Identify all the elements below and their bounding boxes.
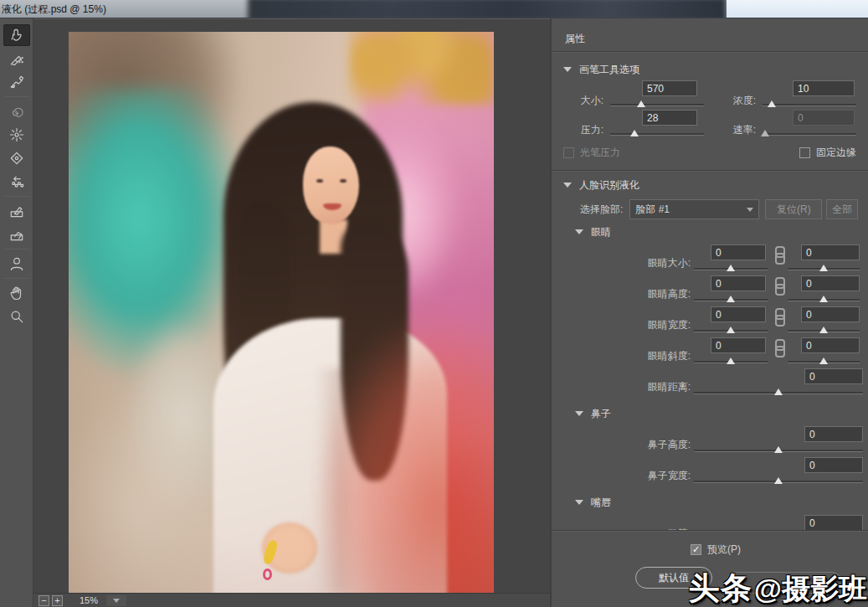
zoom-level-dropdown[interactable] (106, 595, 126, 606)
smooth-icon (8, 74, 25, 90)
link-icon[interactable] (773, 277, 783, 294)
eye-tilt-left-input[interactable] (711, 337, 766, 353)
freeze-mask-tool[interactable] (3, 200, 30, 222)
slider-thumb[interactable] (727, 265, 735, 271)
link-icon[interactable] (773, 308, 783, 325)
slider-thumb[interactable] (727, 296, 735, 302)
panel-title: 属性 (565, 32, 585, 46)
canvas-area: − + 15% (33, 18, 550, 607)
slider-thumb[interactable] (819, 265, 828, 271)
pucker-tool[interactable] (3, 124, 30, 146)
eye-distance-slider[interactable] (694, 388, 863, 396)
nose-height-slider[interactable] (694, 446, 863, 454)
forward-warp-tool[interactable] (3, 24, 30, 46)
section-title: 嘴唇 (591, 496, 611, 510)
photo-vignette (69, 32, 494, 593)
forward-warp-icon (8, 27, 25, 44)
collapse-triangle-icon (563, 183, 572, 188)
window-title: 液化 (过程.psd @ 15%) (2, 3, 106, 17)
eye-size-left-slider[interactable] (694, 265, 768, 272)
eye-height-label: 眼睛高度: (563, 275, 694, 303)
slider-thumb[interactable] (774, 446, 783, 453)
eye-width-right-input[interactable] (801, 306, 860, 322)
nose-width-label: 鼻子宽度: (563, 457, 694, 485)
eye-width-left-slider[interactable] (694, 327, 768, 334)
pin-edges-label: 固定边缘 (816, 146, 856, 160)
watermark: 头条 @摄影班 (689, 568, 867, 607)
preview-checkbox[interactable]: ✓ (691, 544, 701, 555)
section-face-liquify[interactable]: 人脸识别液化 (563, 176, 868, 194)
smooth-tool[interactable] (3, 71, 30, 93)
stylus-pressure-checkbox (563, 147, 574, 158)
twirl-clockwise-tool[interactable] (3, 100, 30, 122)
thaw-mask-icon (8, 226, 25, 243)
nose-width-slider[interactable] (694, 477, 863, 485)
canvas-view[interactable] (33, 19, 550, 593)
zoom-tool[interactable] (3, 306, 30, 327)
zoom-icon (8, 308, 25, 325)
eye-size-left-input[interactable] (711, 244, 766, 260)
brush-size-slider[interactable] (610, 100, 704, 108)
section-nose[interactable]: 鼻子 (575, 404, 868, 423)
eye-height-left-slider[interactable] (694, 296, 768, 303)
hand-tool[interactable] (3, 282, 30, 304)
slider-thumb[interactable] (774, 388, 783, 395)
brush-density-label: 浓度: (704, 80, 763, 108)
eye-size-right-input[interactable] (801, 244, 860, 260)
brush-pressure-input[interactable] (642, 110, 697, 126)
section-mouth[interactable]: 嘴唇 (575, 493, 868, 512)
face-select-dropdown[interactable]: 脸部 #1 (629, 199, 759, 219)
thaw-mask-tool[interactable] (3, 224, 30, 245)
eye-height-left-input[interactable] (711, 275, 766, 291)
link-icon[interactable] (773, 246, 783, 263)
slider-thumb[interactable] (819, 327, 828, 333)
eye-height-right-slider[interactable] (788, 296, 860, 303)
eye-tilt-left-slider[interactable] (694, 358, 768, 365)
liquify-image-canvas[interactable] (69, 32, 494, 593)
brush-density-input[interactable] (793, 80, 855, 96)
slider-thumb[interactable] (819, 358, 828, 364)
push-left-tool[interactable] (3, 171, 30, 193)
bloat-tool[interactable] (3, 147, 30, 169)
reconstruct-tool[interactable] (3, 48, 30, 69)
pucker-icon (8, 126, 25, 143)
eye-tilt-right-slider[interactable] (788, 358, 860, 365)
brush-size-input[interactable] (642, 80, 697, 96)
panel-scroll-area[interactable]: 画笔工具选项 大小: 浓度: 压力: (552, 52, 868, 530)
nose-width-input[interactable] (804, 457, 863, 473)
eye-size-label: 眼睛大小: (563, 244, 694, 272)
eye-width-right-slider[interactable] (788, 327, 860, 334)
eye-size-right-slider[interactable] (788, 265, 860, 272)
zoom-out-button[interactable]: − (39, 595, 49, 606)
face-tool[interactable] (3, 253, 30, 275)
eye-distance-input[interactable] (804, 368, 863, 384)
slider-thumb[interactable] (727, 327, 735, 333)
eye-tilt-right-input[interactable] (801, 337, 860, 353)
collapse-triangle-icon (575, 411, 583, 416)
zoom-level-value: 15% (80, 595, 98, 605)
slider-thumb[interactable] (637, 100, 645, 107)
slider-thumb[interactable] (774, 477, 783, 484)
push-left-icon (8, 173, 25, 190)
nose-height-input[interactable] (804, 426, 863, 442)
all-faces-button[interactable]: 全部 (826, 199, 858, 219)
slider-thumb[interactable] (768, 100, 776, 107)
brush-pressure-slider[interactable] (610, 130, 704, 137)
section-title: 画笔工具选项 (579, 63, 639, 77)
eye-width-left-input[interactable] (711, 306, 766, 322)
brush-density-slider[interactable] (763, 100, 856, 108)
stylus-pressure-label: 光笔压力 (580, 146, 620, 160)
section-brush-options[interactable]: 画笔工具选项 (563, 60, 868, 79)
brush-pressure-label: 压力: (563, 110, 610, 137)
slider-thumb[interactable] (819, 296, 828, 302)
link-icon[interactable] (773, 339, 783, 356)
slider-thumb[interactable] (727, 358, 735, 364)
reset-face-button[interactable]: 复位(R) (765, 199, 822, 219)
section-eyes[interactable]: 眼睛 (575, 223, 868, 241)
smile-input[interactable] (804, 515, 863, 530)
eye-height-right-input[interactable] (801, 275, 860, 291)
zoom-in-button[interactable]: + (52, 595, 63, 606)
watermark-handle: @摄影班 (754, 570, 867, 607)
slider-thumb[interactable] (630, 130, 639, 136)
pin-edges-checkbox[interactable] (799, 147, 810, 158)
